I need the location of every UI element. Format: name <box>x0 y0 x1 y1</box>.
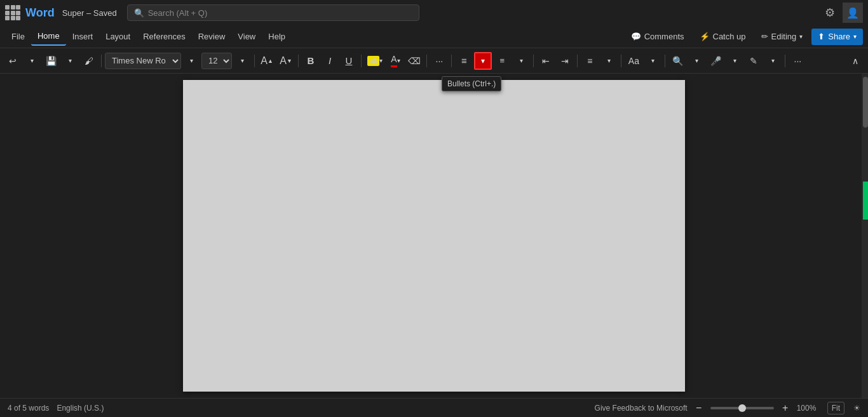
bullets-tooltip: Bullets (Ctrl+.) <box>442 76 501 91</box>
toolbar-collapse[interactable]: ∧ <box>846 52 864 70</box>
save-button[interactable]: 💾 <box>42 52 60 70</box>
search-bar[interactable]: 🔍 Search (Alt + Q) <box>127 4 419 21</box>
save-dropdown[interactable]: ▾ <box>61 52 79 70</box>
menu-bar: File Home Insert Layout References Revie… <box>0 25 868 48</box>
menu-home[interactable]: Home <box>31 27 66 46</box>
font-color-icon: A <box>391 54 397 67</box>
fit-button[interactable]: Fit <box>827 402 844 414</box>
font-size-chevron[interactable]: ▾ <box>233 52 251 70</box>
title-bar: Word Super – Saved 🔍 Search (Alt + Q) ⚙ … <box>0 0 868 25</box>
menu-insert[interactable]: Insert <box>66 28 100 45</box>
clear-format-button[interactable]: ⌫ <box>405 52 423 70</box>
search-icon: 🔍 <box>134 8 144 18</box>
editing-button[interactable]: ✏ Editing ▾ <box>755 29 810 45</box>
share-chevron: ▾ <box>853 33 857 40</box>
search-placeholder: Search (Alt + Q) <box>148 8 208 18</box>
separator-4 <box>361 55 362 67</box>
styles-button[interactable]: Aa <box>625 52 642 70</box>
italic-button[interactable]: I <box>321 52 339 70</box>
menu-help[interactable]: Help <box>262 28 292 45</box>
toolbar: ↩ ▾ 💾 ▾ 🖌 Times New Ro... ▾ 12 ▾ A▲ A▼ B… <box>0 48 868 74</box>
font-selector-chevron[interactable]: ▾ <box>182 52 200 70</box>
waffle-icon[interactable] <box>5 5 20 20</box>
avatar[interactable]: 👤 <box>843 3 863 23</box>
separator-10 <box>665 55 665 67</box>
format-painter[interactable]: 🖌 <box>80 52 98 70</box>
separator-8 <box>577 55 578 67</box>
numbering-button[interactable]: ≡ <box>493 52 511 70</box>
zoom-out-button[interactable]: − <box>693 399 705 417</box>
scrollbar-thumb[interactable] <box>863 77 868 128</box>
language: English (U.S.) <box>57 404 104 413</box>
font-color-button[interactable]: A ▾ <box>386 52 404 70</box>
underline-button[interactable]: U <box>340 52 358 70</box>
separator-2 <box>254 55 255 67</box>
styles-dropdown[interactable]: ▾ <box>644 52 661 70</box>
status-bar: 4 of 5 words English (U.S.) Give Feedbac… <box>0 398 868 417</box>
separator-3 <box>298 55 299 67</box>
brightness-icon[interactable]: ☀ <box>853 404 860 413</box>
scrollbar[interactable] <box>862 74 868 398</box>
document-page[interactable] <box>183 80 685 392</box>
undo-button[interactable]: ↩ <box>4 52 22 70</box>
menu-view[interactable]: View <box>231 28 262 45</box>
menu-file[interactable]: File <box>5 28 31 45</box>
comment-icon: 💬 <box>631 32 641 41</box>
highlight-icon: ab <box>367 56 379 66</box>
font-name-selector[interactable]: Times New Ro... <box>105 53 181 69</box>
document-area[interactable] <box>0 74 868 398</box>
separator-1 <box>101 55 102 67</box>
give-feedback[interactable]: Give Feedback to Microsoft <box>595 404 688 413</box>
editing-chevron: ▾ <box>799 33 803 40</box>
app-logo: Word <box>25 6 55 20</box>
menu-review[interactable]: Review <box>192 28 232 45</box>
align-dropdown[interactable]: ▾ <box>600 52 618 70</box>
zoom-in-button[interactable]: + <box>779 399 792 417</box>
separator-5 <box>426 55 427 67</box>
outdent-button[interactable]: ⇤ <box>537 52 555 70</box>
doc-title: Super – Saved <box>62 8 117 18</box>
bullets-button[interactable]: ≡ <box>455 52 473 70</box>
word-count: 4 of 5 words <box>8 404 49 413</box>
catchup-button[interactable]: ⚡ Catch up <box>693 29 752 45</box>
bullets-dropdown-button[interactable]: ▾ <box>474 52 492 70</box>
find-dropdown[interactable]: ▾ <box>688 52 705 70</box>
dictate-button[interactable]: 🎤 <box>707 52 724 70</box>
numbering-dropdown[interactable]: ▾ <box>512 52 530 70</box>
status-right: Give Feedback to Microsoft − + 100% Fit … <box>595 399 860 417</box>
align-button[interactable]: ≡ <box>581 52 599 70</box>
editor-button[interactable]: ✎ <box>745 52 763 70</box>
bold-button[interactable]: B <box>302 52 320 70</box>
highlight-dropdown[interactable]: ▾ <box>379 57 383 64</box>
zoom-thumb <box>738 404 746 412</box>
undo-dropdown[interactable]: ▾ <box>23 52 41 70</box>
separator-11 <box>785 55 785 67</box>
menu-layout[interactable]: Layout <box>99 28 137 45</box>
highlight-button[interactable]: ab ▾ <box>365 52 385 70</box>
settings-icon[interactable]: ⚙ <box>820 3 840 23</box>
green-sidebar-bar <box>863 182 868 220</box>
zoom-percent: 100% <box>797 404 820 413</box>
separator-6 <box>451 55 452 67</box>
zoom-slider[interactable] <box>710 407 774 409</box>
more-format-button[interactable]: ··· <box>430 52 448 70</box>
dictate-dropdown[interactable]: ▾ <box>726 52 743 70</box>
separator-7 <box>533 55 534 67</box>
font-color-dropdown[interactable]: ▾ <box>397 57 400 64</box>
separator-9 <box>621 55 621 67</box>
editor-dropdown[interactable]: ▾ <box>764 52 782 70</box>
menu-references[interactable]: References <box>137 28 191 45</box>
share-icon: ⬆ <box>818 32 825 41</box>
catchup-icon: ⚡ <box>700 32 710 41</box>
title-bar-actions: ⚙ 👤 <box>820 3 863 23</box>
right-menu-actions: 💬 Comments ⚡ Catch up ✏ Editing ▾ ⬆ Shar… <box>625 29 863 45</box>
font-size-selector[interactable]: 12 <box>201 53 232 69</box>
font-shrink-button[interactable]: A▼ <box>277 52 295 70</box>
indent-button[interactable]: ⇥ <box>556 52 574 70</box>
find-button[interactable]: 🔍 <box>668 52 686 70</box>
toolbar-overflow[interactable]: ··· <box>789 52 806 70</box>
comments-button[interactable]: 💬 Comments <box>625 29 691 45</box>
share-button[interactable]: ⬆ Share ▾ <box>811 29 863 45</box>
editing-icon: ✏ <box>761 32 768 41</box>
font-grow-button[interactable]: A▲ <box>258 52 276 70</box>
